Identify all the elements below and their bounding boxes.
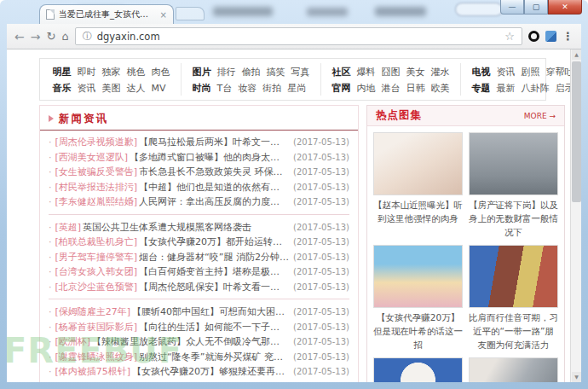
- scroll-down-icon[interactable]: ▼: [572, 372, 581, 382]
- news-tag-link[interactable]: [李东健赵胤熙结婚]: [55, 195, 138, 208]
- nav-link[interactable]: 美图: [102, 83, 121, 94]
- nav-link[interactable]: 最新: [497, 83, 516, 94]
- nav-link[interactable]: 时尚: [193, 83, 211, 94]
- url-text[interactable]: dgyaxin.com: [97, 31, 500, 43]
- scrollbar-thumb[interactable]: [572, 61, 581, 202]
- gallery-photo[interactable]: [373, 357, 463, 382]
- nav-link[interactable]: 资讯: [78, 83, 96, 94]
- nav-link[interactable]: 专题: [472, 83, 491, 94]
- news-title-link[interactable]: 【向往的生活】如何能不一下子重伤那个中年男子: [139, 321, 289, 334]
- news-title-link[interactable]: 【腰斩40部中国红】可想而知大困境大成的人物: [132, 305, 289, 318]
- nav-link[interactable]: 日韩: [406, 83, 425, 94]
- nav-link[interactable]: 灌水: [431, 67, 450, 78]
- extension-translate-icon[interactable]: [545, 31, 556, 42]
- news-tag-link[interactable]: [杨幂首获国际影后]: [55, 321, 138, 334]
- forward-icon[interactable]: →: [31, 31, 41, 43]
- gallery-caption[interactable]: 【女孩代孕赚20万】但是现在叶希的话这一招: [373, 311, 463, 351]
- news-title-link[interactable]: 别熬过“隆冬季”就海外买煤矿 兖州煤业这170亿元花得值吗？—: [139, 351, 289, 363]
- news-title-link[interactable]: 市长急县长不急致政策失灵 环保压力这传导到哪一层: [139, 165, 289, 178]
- news-title-link[interactable]: 烟台：健身器材“咬”腿 消防2分钟救下被困女童: [139, 251, 289, 264]
- news-tag-link[interactable]: [西湖美女巡逻队]: [55, 151, 129, 164]
- nav-link[interactable]: 港台: [382, 83, 401, 94]
- nav-link[interactable]: 八卦阵: [522, 83, 550, 94]
- nav-link[interactable]: 启示录: [556, 83, 571, 94]
- nav-link[interactable]: 剧照: [522, 67, 540, 78]
- gallery-caption[interactable]: 【房产证将下岗】以及身上的无数财富一般情况下: [469, 198, 558, 239]
- browser-tab[interactable]: 当爱已成往事_女孩代孕… ×: [39, 4, 174, 24]
- gallery-caption[interactable]: 【赵本山近照曝光】听到这里他强悍的肉身: [373, 198, 463, 225]
- site-info-icon[interactable]: ⓘ: [83, 30, 92, 43]
- nav-link[interactable]: 电视: [472, 67, 491, 78]
- nav-link[interactable]: 明星: [53, 67, 72, 78]
- news-tag-link[interactable]: [体内被插75根针]: [55, 365, 131, 378]
- page-scrollbar[interactable]: ▲ ▼: [570, 49, 581, 382]
- nav-link[interactable]: 排行: [217, 67, 236, 78]
- news-tag-link[interactable]: [谢霆锋晒泳照纹身]: [55, 351, 138, 363]
- nav-link[interactable]: 搞笑: [267, 67, 285, 78]
- minimize-button[interactable]: —: [500, 0, 524, 15]
- news-title-link[interactable]: 人民网评：拿出高压反腐的力度治理“为官不为”—观点: [139, 195, 289, 208]
- news-tag-link[interactable]: [欧洲杯]: [55, 335, 91, 348]
- nav-link[interactable]: MV: [152, 83, 166, 94]
- close-button[interactable]: ✕: [548, 0, 582, 15]
- new-tab-button[interactable]: [176, 7, 205, 20]
- nav-link[interactable]: 达人: [127, 83, 146, 94]
- nav-link[interactable]: 囧图: [382, 67, 401, 78]
- nav-link[interactable]: 即时: [78, 67, 96, 78]
- nav-link[interactable]: T台: [217, 83, 233, 94]
- news-title-link[interactable]: 【周杰伦怒吼保安】叶希文看一眼但是现在不一样: [139, 281, 289, 293]
- nav-link[interactable]: 独家: [102, 67, 121, 78]
- maximize-button[interactable]: ▢: [524, 0, 548, 15]
- gallery-photo[interactable]: [469, 245, 558, 308]
- nav-link[interactable]: 图片: [193, 67, 211, 78]
- nav-link[interactable]: 穿帮吐槽: [546, 67, 571, 78]
- news-tag-link[interactable]: [英超]: [55, 221, 82, 234]
- nav-link[interactable]: 爆料: [357, 67, 376, 78]
- gallery-caption[interactable]: 比肩而行佳音可期，习近平的“一带一路”朋友圈为何充满活力: [469, 311, 558, 351]
- gallery-photo[interactable]: [373, 245, 463, 308]
- news-tag-link[interactable]: [女生被骗反受警告]: [55, 165, 138, 178]
- news-title-link[interactable]: 【辣椒酱里放老鼠药】众人无不倒吸冷气那个仙人的国度: [92, 335, 289, 348]
- nav-link[interactable]: 星尚: [287, 83, 306, 94]
- gallery-photo[interactable]: [373, 132, 463, 195]
- nav-link[interactable]: 官网: [332, 83, 351, 94]
- nav-link[interactable]: 资讯: [497, 67, 516, 78]
- news-title-link[interactable]: 【女孩代孕赚20万】都开始运转了起来为首的两人: [139, 235, 289, 248]
- news-title-link[interactable]: 【白百何婚变首主持】堪称是极为快速的还要再等数十年: [139, 265, 289, 278]
- tab-close-icon[interactable]: ×: [160, 10, 167, 20]
- news-tag-link[interactable]: [周杰伦录视频道歉]: [55, 136, 138, 148]
- news-tag-link[interactable]: [台湾女孩入韩女团]: [55, 265, 138, 278]
- news-title-link[interactable]: 【中超】他们也是知道的依然有能力有不逮: [139, 181, 289, 194]
- news-tag-link[interactable]: [柏联总裁坠机身亡]: [55, 235, 138, 248]
- news-tag-link[interactable]: [北京沙尘蓝色预警]: [55, 281, 138, 293]
- scroll-up-icon[interactable]: ▲: [572, 49, 581, 60]
- nav-link[interactable]: 欧美: [431, 83, 450, 94]
- news-title-link[interactable]: 【爬马拉松最后两米】叶希文一声嘶喊那股气剑夺人性命: [139, 136, 289, 148]
- nav-link[interactable]: 偷拍: [242, 67, 261, 78]
- nav-link[interactable]: 美女: [406, 67, 425, 78]
- home-icon[interactable]: ⌂: [61, 31, 68, 42]
- nav-link[interactable]: 写真: [291, 67, 310, 78]
- nav-link[interactable]: 内地: [357, 83, 376, 94]
- news-tag-link[interactable]: [保姆随雇主27年]: [55, 305, 131, 318]
- news-tag-link[interactable]: [男子驾车撞停警车]: [55, 251, 138, 264]
- extension-ring-icon[interactable]: [528, 31, 539, 42]
- nav-link[interactable]: 社区: [332, 67, 351, 78]
- news-title-link[interactable]: 【多地蹲式窗口被曝】他的肉身太过强悍了在这种乱世之中: [130, 151, 289, 164]
- nav-link[interactable]: 肉色: [152, 67, 170, 78]
- nav-link[interactable]: 街拍: [262, 83, 281, 94]
- news-tag-link[interactable]: [村民举报违法排污]: [55, 181, 138, 194]
- news-title-link[interactable]: 英国公共卫生体系遭大规模黑客网络袭击: [83, 221, 289, 234]
- chrome-menu-icon[interactable]: ⋮: [562, 30, 574, 43]
- nav-link[interactable]: 音乐: [53, 83, 72, 94]
- address-bar[interactable]: ⓘ dgyaxin.com ☆: [75, 27, 522, 45]
- back-icon[interactable]: ←: [14, 31, 25, 43]
- news-title-link[interactable]: 【女孩代孕赚20万】够狠辣还要再等数十年: [132, 365, 289, 378]
- gallery-more-link[interactable]: MORE →: [524, 112, 556, 120]
- nav-link[interactable]: 妆容: [238, 83, 257, 94]
- gallery-photo[interactable]: [469, 357, 558, 382]
- gallery-photo[interactable]: [469, 132, 558, 195]
- nav-link[interactable]: 桃色: [127, 67, 146, 78]
- bookmark-star-icon[interactable]: ☆: [504, 30, 515, 43]
- reload-icon[interactable]: ↻: [46, 31, 55, 42]
